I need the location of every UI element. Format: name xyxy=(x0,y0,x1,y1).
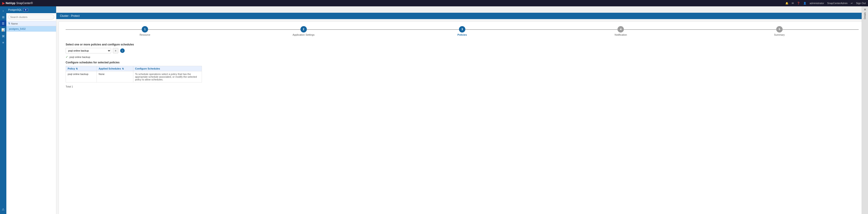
cluster-sidebar-title: PostgreSQL xyxy=(8,8,22,11)
step-4-notification[interactable]: 4 Notification xyxy=(541,26,700,36)
nav-settings-icon[interactable]: ≡ xyxy=(0,39,6,45)
details-panel[interactable]: ✕ Details xyxy=(862,6,868,214)
cluster-item-postgres5432[interactable]: postgres_5432 xyxy=(6,26,56,32)
wizard-container: 1 Resource 2 Application Settings 3 Poli… xyxy=(59,21,866,214)
search-box xyxy=(6,13,56,21)
step-2-label: Application Settings xyxy=(292,33,314,36)
nav-reports-icon[interactable]: 📊 xyxy=(0,27,6,33)
table-cell-applied-schedules: None xyxy=(97,71,133,83)
sort-icon[interactable]: ⇅ xyxy=(8,22,10,25)
checked-policy-item: ✓ psql online backup xyxy=(66,55,859,59)
table-header-policy[interactable]: Policy ⇅ xyxy=(66,66,97,71)
step-1-resource[interactable]: 1 Resource xyxy=(66,26,224,36)
checked-policy-label: psql online backup xyxy=(69,56,90,58)
notification-icon[interactable]: 🔔 xyxy=(785,2,788,5)
steps-bar: 1 Resource 2 Application Settings 3 Poli… xyxy=(66,26,859,36)
table-cell-policy: psql online backup xyxy=(66,71,97,83)
step-2-circle: 2 xyxy=(301,26,307,32)
nav-grid-icon[interactable]: ⊞ xyxy=(0,14,6,20)
applied-schedules-sort[interactable]: Applied Schedules ⇅ xyxy=(99,67,131,70)
cluster-column-name: Name xyxy=(11,22,18,25)
table-header-applied-schedules[interactable]: Applied Schedules ⇅ xyxy=(97,66,133,71)
step-3-circle: 3 xyxy=(459,26,465,32)
step-5-label: Summary xyxy=(774,33,785,36)
step-5-circle: 5 xyxy=(776,26,783,32)
table-row: psql online backup None To schedule oper… xyxy=(66,71,202,83)
cluster-list-header: ⇅ Name xyxy=(6,21,56,26)
policy-row: psql online backup + i xyxy=(66,48,859,53)
breadcrumb-text: Cluster - Protect xyxy=(60,14,80,18)
user-icon: 👤 xyxy=(803,2,806,5)
info-button[interactable]: i xyxy=(120,49,125,53)
cluster-sidebar-header: PostgreSQL ▼ xyxy=(6,6,56,13)
left-nav: › ⊞ ☰ 📊 ⌘ ≡ ⚠ xyxy=(0,6,6,214)
step-1-circle: 1 xyxy=(142,26,148,32)
table-cell-configure-schedules: To schedule operations select a policy t… xyxy=(133,71,202,83)
close-button[interactable]: ✕ xyxy=(864,8,866,11)
mail-icon[interactable]: ✉ xyxy=(792,2,794,5)
sort-icon-policy: ⇅ xyxy=(76,67,78,70)
sort-icon-schedules: ⇅ xyxy=(122,67,124,70)
app-name: NetApp xyxy=(6,2,16,5)
cluster-sidebar-pill[interactable]: ▼ xyxy=(23,8,28,11)
step-4-label: Notification xyxy=(615,33,627,36)
snapcenter-name: SnapCenter® xyxy=(17,2,33,5)
main-content: Cluster - Protect 1 Resource 2 Applicati… xyxy=(56,13,868,214)
info-icon: i xyxy=(122,49,123,52)
step-3-label: Policies xyxy=(457,33,467,36)
help-icon[interactable]: ❓ xyxy=(797,2,800,5)
step-4-circle: 4 xyxy=(618,26,624,32)
signout-label[interactable]: Sign Out xyxy=(856,2,866,4)
top-bar-left: ▶ NetApp SnapCenter® xyxy=(2,1,33,5)
step-3-policies[interactable]: 3 Policies xyxy=(383,26,541,36)
details-label: Details xyxy=(864,12,866,19)
configure-schedules-title: Configure schedules for selected policie… xyxy=(66,61,859,64)
top-bar-right: 🔔 ✉ ❓ 👤 administrator SnapCenterAdmin ↩ … xyxy=(785,2,866,5)
plus-icon: + xyxy=(115,49,117,53)
admin-label[interactable]: SnapCenterAdmin xyxy=(827,2,847,4)
signout-icon: ↩ xyxy=(851,2,853,5)
policy-dropdown[interactable]: psql online backup xyxy=(66,48,111,53)
step-1-label: Resource xyxy=(140,33,150,36)
username-label: administrator xyxy=(810,2,824,4)
step-5-summary[interactable]: 5 Summary xyxy=(700,26,859,36)
policy-sort[interactable]: Policy ⇅ xyxy=(68,67,95,70)
top-bar: ▶ NetApp SnapCenter® 🔔 ✉ ❓ 👤 administrat… xyxy=(0,0,868,6)
cluster-sidebar: PostgreSQL ▼ ⇅ Name postgres_5432 xyxy=(6,6,56,214)
total-text: Total 1 xyxy=(66,85,859,88)
breadcrumb-bar: Cluster - Protect xyxy=(56,13,868,19)
nav-alerts-icon[interactable]: ⚠ xyxy=(0,206,6,212)
netapp-logo-icon: ▶ xyxy=(2,1,5,5)
check-icon: ✓ xyxy=(66,55,68,59)
app-logo: ▶ NetApp SnapCenter® xyxy=(2,1,33,5)
nav-expand-icon[interactable]: › xyxy=(0,8,6,13)
nav-topology-icon[interactable]: ⌘ xyxy=(0,33,6,39)
step-2-appsettings[interactable]: 2 Application Settings xyxy=(224,26,383,36)
table-header-configure-schedules: Configure Schedules xyxy=(133,66,202,71)
cluster-list: postgres_5432 xyxy=(6,26,56,214)
policy-table: Policy ⇅ Applied Schedules ⇅ Configure S… xyxy=(66,66,202,83)
policy-section-title: Select one or more policies and configur… xyxy=(66,43,859,46)
add-policy-button[interactable]: + xyxy=(113,48,118,53)
search-input[interactable] xyxy=(8,14,54,20)
nav-inventory-icon[interactable]: ☰ xyxy=(0,21,6,26)
